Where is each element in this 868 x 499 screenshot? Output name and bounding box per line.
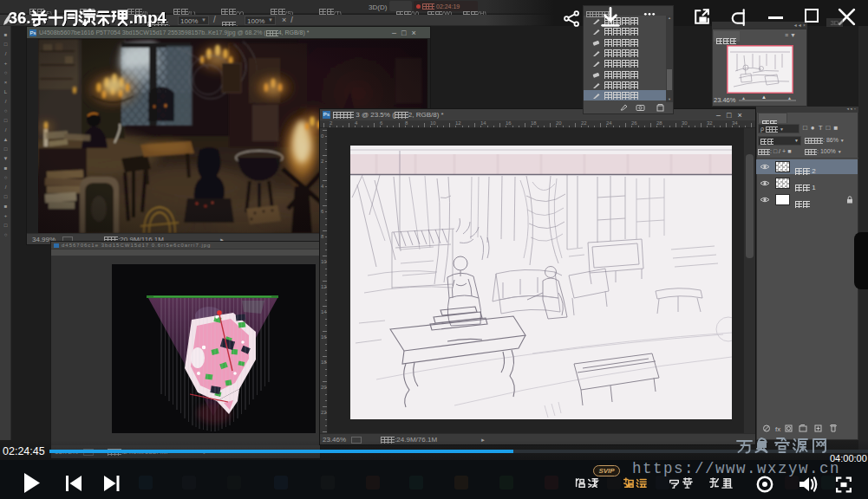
- svg-text:36.: 36.: [9, 9, 31, 27]
- svg-text:fx: fx: [775, 425, 780, 433]
- svg-text:.mp4: .mp4: [129, 9, 167, 27]
